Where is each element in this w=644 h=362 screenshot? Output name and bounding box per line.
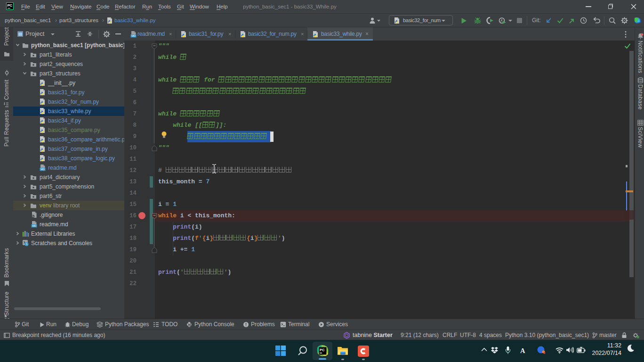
svg-text:PC: PC <box>320 348 325 352</box>
